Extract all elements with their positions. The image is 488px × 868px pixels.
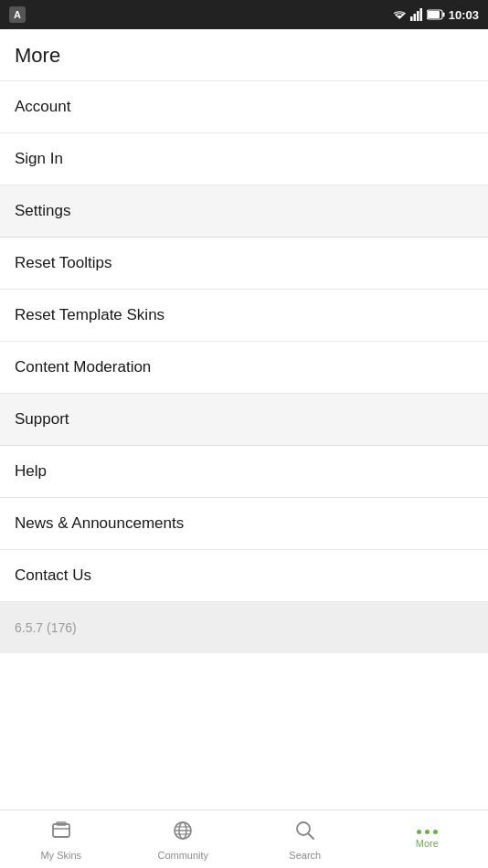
menu-item-settings[interactable]: Settings: [0, 185, 488, 238]
menu-item-reset-template-skins[interactable]: Reset Template Skins: [0, 290, 488, 342]
svg-rect-5: [428, 11, 440, 18]
community-icon: [171, 819, 195, 846]
status-bar-left: A: [9, 6, 26, 23]
svg-rect-3: [419, 8, 422, 21]
svg-rect-0: [410, 16, 413, 21]
more-icon: [417, 830, 438, 834]
nav-item-community[interactable]: Community: [122, 810, 245, 868]
nav-item-more[interactable]: More: [366, 810, 489, 868]
page-title: More: [15, 44, 60, 67]
battery-icon: [427, 9, 445, 20]
status-bar: A 10:03: [0, 0, 488, 29]
menu-item-sign-in[interactable]: Sign In: [0, 133, 488, 185]
menu-item-news-announcements[interactable]: News & Announcements: [0, 498, 488, 550]
nav-label-more: More: [416, 838, 439, 849]
svg-rect-7: [53, 824, 69, 837]
wifi-icon: [392, 8, 407, 21]
nav-item-my-skins[interactable]: My Skins: [0, 810, 122, 868]
nav-label-my-skins: My Skins: [40, 850, 81, 861]
nav-label-search: Search: [289, 850, 321, 861]
status-time: 10:03: [449, 8, 479, 22]
nav-item-search[interactable]: Search: [244, 810, 366, 868]
svg-rect-2: [417, 11, 419, 21]
search-icon: [293, 819, 317, 846]
nav-label-community: Community: [157, 850, 208, 861]
my-skins-icon: [49, 819, 73, 846]
svg-rect-6: [442, 13, 444, 17]
version-section: 6.5.7 (176): [0, 602, 488, 653]
menu-item-account[interactable]: Account: [0, 81, 488, 133]
bottom-nav: My Skins Community Search: [0, 810, 488, 868]
main-content: More Account Sign In Settings Reset Tool…: [0, 29, 488, 810]
svg-rect-1: [413, 14, 416, 21]
signal-icon: [410, 8, 423, 21]
menu-item-support[interactable]: Support: [0, 394, 488, 446]
menu-item-content-moderation[interactable]: Content Moderation: [0, 342, 488, 394]
svg-line-16: [308, 833, 313, 839]
menu-item-help[interactable]: Help: [0, 446, 488, 498]
status-bar-right: 10:03: [392, 8, 479, 22]
menu-item-contact-us[interactable]: Contact Us: [0, 550, 488, 602]
app-status-icon: A: [9, 6, 26, 23]
page-title-container: More: [0, 29, 488, 81]
version-text: 6.5.7 (176): [15, 620, 77, 635]
menu-item-reset-tooltips[interactable]: Reset Tooltips: [0, 238, 488, 290]
